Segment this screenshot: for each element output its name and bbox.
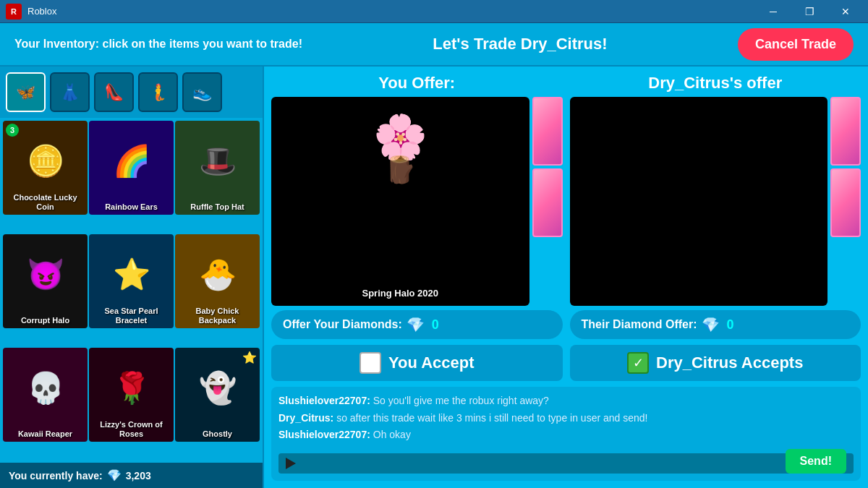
- cancel-trade-button[interactable]: Cancel Trade: [738, 28, 854, 61]
- you-accept-label: You Accept: [388, 354, 475, 372]
- close-button[interactable]: ✕: [829, 1, 862, 22]
- minimize-button[interactable]: ─: [757, 1, 790, 22]
- cursor-area: [278, 453, 854, 474]
- inventory-tab-mermaid[interactable]: 🧜: [138, 72, 178, 112]
- chat-message-text: So you'll give me the robux right away?: [373, 395, 549, 406]
- trade-panel: You Offer: 🌸 🪵 Spring Halo 2020 Offer Yo…: [264, 67, 868, 488]
- chat-area: Slushielover22707: So you'll give me the…: [271, 387, 861, 481]
- main-content: 🦋 👗 👠 🧜 👟 3🪙Chocolate Lucky Coin🌈Rainbow…: [0, 67, 868, 488]
- you-offer-item-label: Spring Halo 2020: [358, 286, 443, 300]
- their-offer-side-slots: [830, 97, 861, 306]
- trade-offers-row: You Offer: 🌸 🪵 Spring Halo 2020 Offer Yo…: [271, 74, 861, 339]
- inventory-item-7[interactable]: 🌹Lizzy's Crown of Roses: [89, 348, 174, 442]
- inventory-panel: 🦋 👗 👠 🧜 👟 3🪙Chocolate Lucky Coin🌈Rainbow…: [0, 67, 264, 488]
- their-offer-main-slot: [570, 97, 828, 306]
- you-offer-title: You Offer:: [271, 74, 563, 93]
- chat-message-text: Oh okay: [373, 429, 411, 440]
- you-diamond-icon: 💎: [407, 316, 425, 333]
- window-controls: ─ ❐ ✕: [757, 1, 862, 22]
- you-accept-box[interactable]: You Accept: [271, 345, 563, 381]
- title-bar: R Roblox ─ ❐ ✕: [0, 0, 868, 23]
- diamond-icon-bottom: 💎: [107, 468, 122, 482]
- chat-message: Dry_Citrus: so after this trade wait lik…: [278, 411, 854, 426]
- their-diamonds-row: Their Diamond Offer: 💎 0: [570, 310, 861, 339]
- their-offer-slots: [570, 97, 861, 306]
- bottom-bar: You currently have: 💎 3,203: [0, 463, 263, 488]
- inventory-tab-dress[interactable]: 👗: [50, 72, 90, 112]
- you-offer-slot-2[interactable]: [532, 168, 563, 237]
- you-offer-side-slots: [532, 97, 563, 306]
- chat-input-row: Send!: [278, 453, 854, 474]
- their-offer-slot-1: [830, 97, 861, 166]
- title-bar-left: R Roblox: [6, 4, 56, 20]
- trade-title: Let's Trade Dry_Citrus!: [433, 35, 607, 53]
- inventory-tab-butterfly[interactable]: 🦋: [6, 72, 46, 112]
- you-accept-checkbox[interactable]: [359, 352, 381, 374]
- you-offer-slot-1[interactable]: [532, 97, 563, 166]
- accept-row: You Accept ✓ Dry_Citrus Accepts: [271, 345, 861, 381]
- you-offer-slots: 🌸 🪵 Spring Halo 2020: [271, 97, 563, 306]
- inventory-item-5[interactable]: 🐣Baby Chick Backpack: [175, 234, 260, 328]
- you-diamonds-label: Offer Your Diamonds:: [283, 318, 402, 331]
- chat-username: Slushielover22707:: [278, 429, 370, 440]
- inventory-item-0[interactable]: 3🪙Chocolate Lucky Coin: [3, 121, 88, 215]
- they-accept-box: ✓ Dry_Citrus Accepts: [570, 345, 861, 381]
- header-bar: Your Inventory: click on the items you w…: [0, 23, 868, 67]
- inventory-tabs: 🦋 👗 👠 🧜 👟: [0, 67, 263, 118]
- chat-messages: Slushielover22707: So you'll give me the…: [278, 394, 854, 449]
- chat-message: Slushielover22707: So you'll give me the…: [278, 394, 854, 408]
- inventory-item-6[interactable]: 💀Kawaii Reaper: [3, 348, 88, 442]
- inventory-tab-shoe[interactable]: 👠: [94, 72, 134, 112]
- inventory-grid: 3🪙Chocolate Lucky Coin🌈Rainbow Ears🎩Ruff…: [0, 118, 263, 463]
- you-diamonds-value: 0: [432, 317, 439, 333]
- maximize-button[interactable]: ❐: [793, 1, 826, 22]
- inventory-item-3[interactable]: 😈Corrupt Halo: [3, 234, 88, 328]
- header-instruction: Your Inventory: click on the items you w…: [14, 38, 302, 51]
- chat-username: Slushielover22707:: [278, 395, 370, 406]
- diamond-count: 3,203: [126, 470, 151, 481]
- inventory-item-4[interactable]: ⭐Sea Star Pearl Bracelet: [89, 234, 174, 328]
- inventory-item-1[interactable]: 🌈Rainbow Ears: [89, 121, 174, 215]
- their-offer-side: Dry_Citrus's offer Their Diamond Offer: …: [570, 74, 861, 339]
- you-offer-side: You Offer: 🌸 🪵 Spring Halo 2020 Offer Yo…: [271, 74, 563, 339]
- roblox-logo: R: [6, 4, 22, 20]
- you-offer-main-slot[interactable]: 🌸 🪵 Spring Halo 2020: [271, 97, 529, 306]
- their-diamonds-value: 0: [727, 317, 734, 333]
- inventory-item-8[interactable]: ⭐👻Ghostly: [175, 348, 260, 442]
- their-diamonds-label: Their Diamond Offer:: [582, 318, 697, 331]
- send-button[interactable]: Send!: [786, 449, 846, 474]
- chat-message-text: so after this trade wait like 3 mins i s…: [336, 412, 647, 424]
- you-diamonds-row: Offer Your Diamonds: 💎 0: [271, 310, 563, 339]
- they-accept-label: Dry_Citrus Accepts: [656, 354, 803, 372]
- inventory-item-2[interactable]: 🎩Ruffle Top Hat: [175, 121, 260, 215]
- app-title: Roblox: [27, 6, 56, 17]
- inventory-tab-shoe2[interactable]: 👟: [182, 72, 222, 112]
- cursor-icon: [286, 458, 296, 469]
- bottom-text: You currently have:: [9, 470, 103, 481]
- their-diamond-icon: 💎: [702, 316, 720, 333]
- chat-username: Dry_Citrus:: [278, 412, 333, 424]
- they-accept-checkbox: ✓: [627, 352, 649, 374]
- their-offer-slot-2: [830, 168, 861, 237]
- chat-message: Slushielover22707: Oh okay: [278, 428, 854, 442]
- their-offer-title: Dry_Citrus's offer: [570, 74, 861, 93]
